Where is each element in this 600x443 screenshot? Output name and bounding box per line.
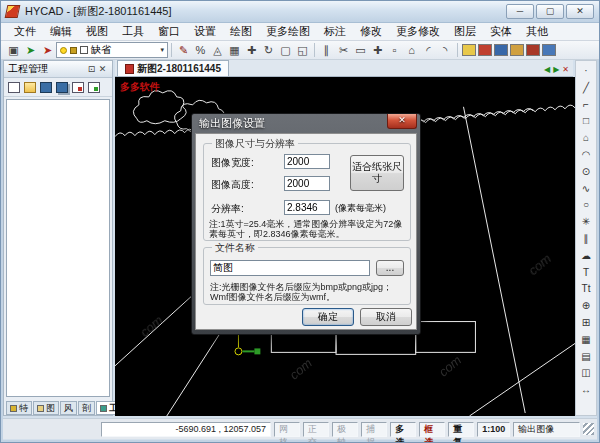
resize-grip[interactable] bbox=[583, 423, 594, 435]
menu-edit[interactable]: 编辑 bbox=[43, 22, 79, 41]
extend-icon[interactable]: ✚ bbox=[369, 42, 386, 58]
import-icon[interactable] bbox=[72, 82, 84, 93]
menu-view[interactable]: 视图 bbox=[79, 22, 115, 41]
tab-scroll-left-icon[interactable]: ◀ bbox=[544, 65, 550, 74]
offset-icon[interactable]: ∥ bbox=[318, 42, 335, 58]
menu-settings[interactable]: 设置 bbox=[187, 22, 223, 41]
mirror-icon[interactable]: ◬ bbox=[209, 42, 226, 58]
menu-tools[interactable]: 工具 bbox=[115, 22, 151, 41]
insert-block-icon[interactable]: ⊕ bbox=[577, 297, 595, 314]
rectangle-tool-icon[interactable]: ▭ bbox=[352, 42, 369, 58]
minimize-button[interactable]: ─ bbox=[506, 4, 534, 19]
menu-window[interactable]: 窗口 bbox=[151, 22, 187, 41]
menu-file[interactable]: 文件 bbox=[7, 22, 43, 41]
browse-button[interactable]: ... bbox=[376, 260, 404, 276]
menu-more-draw[interactable]: 更多绘图 bbox=[259, 22, 317, 41]
menu-entities[interactable]: 实体 bbox=[483, 22, 519, 41]
colored-tool-icon[interactable] bbox=[494, 44, 508, 56]
point-icon[interactable]: · bbox=[577, 62, 595, 79]
menu-draw[interactable]: 绘图 bbox=[223, 22, 259, 41]
close-button[interactable]: ✕ bbox=[566, 4, 594, 19]
project-tree[interactable] bbox=[6, 99, 110, 397]
revision-cloud-icon[interactable]: ☁ bbox=[577, 247, 595, 264]
menu-layers[interactable]: 图层 bbox=[447, 22, 483, 41]
menu-annotate[interactable]: 标注 bbox=[317, 22, 353, 41]
trim-icon[interactable]: ✂ bbox=[335, 42, 352, 58]
colored-tool-icon[interactable] bbox=[462, 44, 476, 56]
colored-tool-icon[interactable] bbox=[542, 44, 556, 56]
export-icon[interactable] bbox=[88, 82, 100, 93]
pin-icon[interactable]: ⊡ bbox=[86, 64, 97, 74]
open-project-icon[interactable] bbox=[24, 82, 36, 93]
spline-icon[interactable]: ∿ bbox=[577, 180, 595, 197]
tab-scroll-right-icon[interactable]: ▶ bbox=[553, 65, 559, 74]
new-file-icon[interactable] bbox=[8, 82, 20, 93]
ellipse-icon[interactable]: ○ bbox=[577, 196, 595, 213]
block-icon[interactable]: ✳ bbox=[577, 213, 595, 230]
menu-modify[interactable]: 修改 bbox=[353, 22, 389, 41]
colored-tool-icon[interactable] bbox=[510, 44, 524, 56]
colored-tool-icon[interactable] bbox=[526, 44, 540, 56]
polygon-icon[interactable]: ⌂ bbox=[577, 129, 595, 146]
forward-arrow-icon[interactable]: ➤ bbox=[22, 42, 39, 58]
write-block-icon[interactable]: ⊞ bbox=[577, 314, 595, 331]
maximize-button[interactable]: ▢ bbox=[536, 4, 564, 19]
match-properties-icon[interactable]: ✎ bbox=[175, 42, 192, 58]
copy-tool-icon[interactable]: ▣ bbox=[5, 42, 22, 58]
toggle-grid[interactable]: 网格 bbox=[274, 422, 300, 437]
arc-icon[interactable]: ◠ bbox=[577, 146, 595, 163]
ok-button[interactable]: 确定 bbox=[302, 308, 354, 326]
move-icon[interactable]: ✚ bbox=[243, 42, 260, 58]
layer-combobox[interactable]: 缺省 ▾ bbox=[56, 42, 168, 58]
rectangle-icon[interactable]: □ bbox=[577, 112, 595, 129]
grid-icon[interactable]: ◫ bbox=[577, 364, 595, 381]
fillet-icon[interactable]: ◜ bbox=[420, 42, 437, 58]
text-icon[interactable]: T bbox=[577, 264, 595, 281]
toggle-polar[interactable]: 极轴 bbox=[332, 422, 358, 437]
circle-icon[interactable]: ⊙ bbox=[577, 163, 595, 180]
dialog-close-button[interactable]: ✕ bbox=[387, 114, 417, 129]
rotate-icon[interactable]: ↻ bbox=[260, 42, 277, 58]
array-icon[interactable]: ▦ bbox=[226, 42, 243, 58]
text-style-icon[interactable]: Tt bbox=[577, 280, 595, 297]
menu-other[interactable]: 其他 bbox=[519, 22, 555, 41]
toggle-ortho[interactable]: 正交 bbox=[303, 422, 329, 437]
back-arrow-icon[interactable]: ➤ bbox=[39, 42, 56, 58]
tab-style[interactable]: 风 bbox=[60, 401, 77, 415]
tab-properties[interactable]: 特 bbox=[6, 401, 32, 415]
tab-library[interactable]: 图 bbox=[33, 401, 59, 415]
scale-icon[interactable]: ▢ bbox=[277, 42, 294, 58]
colored-tool-icon[interactable] bbox=[478, 44, 492, 56]
filename-input[interactable] bbox=[210, 260, 370, 276]
height-input[interactable] bbox=[284, 176, 330, 191]
document-tab[interactable]: 新图2-1801161445 bbox=[117, 60, 229, 76]
save-all-icon[interactable] bbox=[56, 82, 68, 93]
fit-paper-button[interactable]: 适合纸张尺寸 bbox=[350, 155, 404, 191]
polyline-icon[interactable]: ⌐ bbox=[577, 96, 595, 113]
toggle-boxselect[interactable]: 框选 bbox=[419, 422, 445, 437]
dialog-title-bar[interactable]: 输出图像设置 ✕ bbox=[195, 114, 417, 133]
panel-close-icon[interactable]: ✕ bbox=[97, 64, 108, 74]
break-icon[interactable]: ▫ bbox=[386, 42, 403, 58]
width-input[interactable] bbox=[284, 154, 330, 169]
polygon-tool-icon[interactable]: ⌂ bbox=[403, 42, 420, 58]
scale-indicator[interactable]: 1:100 bbox=[477, 422, 510, 437]
menu-more-modify[interactable]: 更多修改 bbox=[389, 22, 447, 41]
save-icon[interactable] bbox=[40, 82, 52, 93]
line-icon[interactable]: ╱ bbox=[577, 79, 595, 96]
dimension-icon[interactable]: ↔ bbox=[577, 381, 595, 398]
chamfer-icon[interactable]: ◝ bbox=[437, 42, 454, 58]
toggle-snap[interactable]: 捕捉 bbox=[361, 422, 387, 437]
tab-close-icon[interactable]: ✕ bbox=[562, 65, 569, 74]
resolution-input[interactable] bbox=[284, 200, 330, 215]
snap-percent-icon[interactable]: % bbox=[192, 42, 209, 58]
toggle-repeat[interactable]: 重复 bbox=[448, 422, 474, 437]
table-icon[interactable]: ▦ bbox=[577, 331, 595, 348]
stretch-icon[interactable]: ◱ bbox=[294, 42, 311, 58]
table-style-icon[interactable]: ▤ bbox=[577, 348, 595, 365]
hatch-icon[interactable]: ∥ bbox=[577, 230, 595, 247]
toggle-multiselect[interactable]: 多选 bbox=[390, 422, 416, 437]
tab-section[interactable]: 剖 bbox=[78, 401, 95, 415]
cancel-button[interactable]: 取消 bbox=[360, 308, 412, 326]
chevron-down-icon[interactable]: ▾ bbox=[160, 46, 164, 54]
